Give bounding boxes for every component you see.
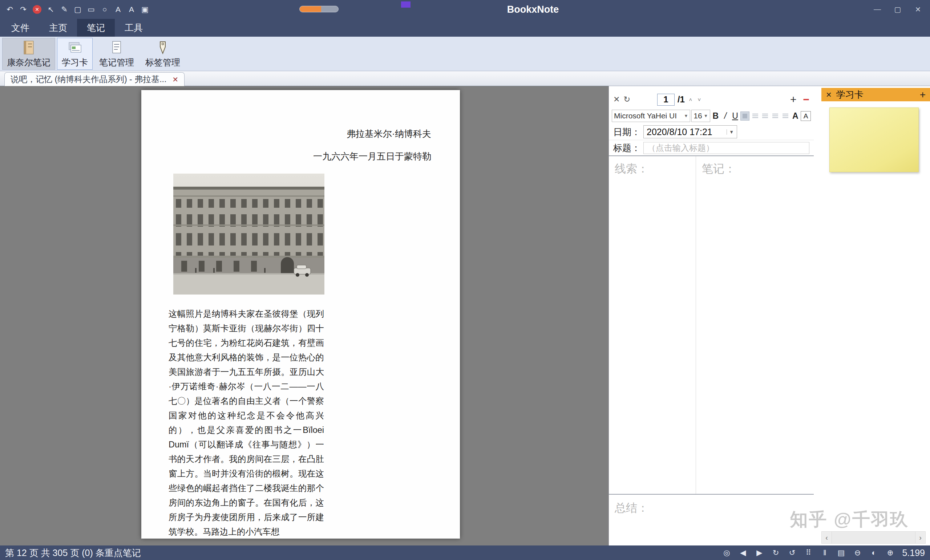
- document-viewer[interactable]: 弗拉基米尔·纳博科夫 一九六六年一月五日于蒙特勒: [0, 86, 608, 546]
- cornell-remove-page-icon[interactable]: −: [803, 93, 809, 106]
- rotate-cw-icon[interactable]: ↻: [771, 548, 780, 557]
- maximize-button[interactable]: ▢: [893, 5, 902, 14]
- cursor-tool-icon[interactable]: ↖: [45, 4, 56, 15]
- page-photo: [173, 174, 325, 294]
- contrast-icon[interactable]: ◐: [869, 548, 878, 557]
- cues-label: 线索：: [615, 162, 648, 175]
- menu-tab-notes[interactable]: 笔记: [77, 19, 115, 37]
- rect-tool-icon[interactable]: ▢: [72, 4, 83, 15]
- cornell-notes-label: 康奈尔笔记: [7, 57, 51, 68]
- cornell-refresh-icon[interactable]: ↻: [624, 95, 630, 104]
- window-controls: — ▢ ✕: [873, 5, 930, 14]
- cornell-page-up-icon[interactable]: ˄: [688, 97, 693, 102]
- cornell-page-down-icon[interactable]: ˅: [696, 97, 702, 102]
- study-card-label: 学习卡: [62, 57, 88, 68]
- menu-tab-home[interactable]: 主页: [39, 19, 77, 37]
- notes-label: 笔记：: [702, 162, 736, 175]
- cornell-pager: /1 ˄ ˅: [657, 94, 702, 106]
- layout-icon[interactable]: ▤: [837, 548, 845, 557]
- font-size-value: 16: [693, 111, 702, 120]
- scroll-right-icon[interactable]: ›: [915, 532, 925, 543]
- title-label: 标题：: [613, 142, 641, 154]
- cornell-format-toolbar: Microsoft YaHei UI ▼ 16 ▼ B / U A A: [609, 108, 814, 124]
- highlight-tool-icon[interactable]: A: [126, 4, 137, 15]
- note-tool-icon[interactable]: ▣: [140, 4, 150, 15]
- page-author-line: 弗拉基米尔·纳博科夫: [346, 128, 431, 140]
- date-picker[interactable]: 2020/8/10 17:21 ▼: [644, 125, 737, 138]
- italic-icon[interactable]: /: [721, 111, 730, 121]
- cornell-close-icon[interactable]: ✕: [613, 95, 620, 104]
- power-icon[interactable]: ◎: [722, 548, 731, 557]
- font-size-select[interactable]: 16 ▼: [691, 110, 710, 122]
- study-card-icon: [67, 40, 83, 55]
- page-date-line: 一九六六年一月五日于蒙特勒: [313, 150, 431, 162]
- annotation-toolbar: ↶ ↷ ✕ ↖ ✎ ▢ ▭ ○ A A ▣: [0, 4, 150, 15]
- delete-annotation-icon[interactable]: ✕: [33, 5, 42, 14]
- undo-icon[interactable]: ↶: [5, 4, 15, 15]
- zoom-out-icon[interactable]: ⊖: [853, 548, 862, 557]
- study-card-close-icon[interactable]: ✕: [826, 91, 832, 99]
- highlight-color-swatch[interactable]: [401, 2, 411, 8]
- ribbon: 康奈尔笔记 学习卡 笔记管理 标签管理: [0, 37, 930, 71]
- font-family-value: Microsoft YaHei UI: [614, 111, 677, 120]
- bold-icon[interactable]: B: [711, 111, 720, 121]
- cornell-page-total: /1: [677, 94, 685, 105]
- cornell-title-row: 标题：: [609, 140, 814, 156]
- cornell-page-actions: + −: [790, 93, 809, 106]
- note-manage-button[interactable]: 笔记管理: [94, 38, 139, 70]
- next-page-icon[interactable]: ▶: [755, 548, 764, 557]
- tag-manage-button[interactable]: 标签管理: [140, 38, 185, 70]
- zoom-in-icon[interactable]: ⊕: [886, 548, 895, 557]
- menu-tab-tools[interactable]: 工具: [115, 19, 152, 37]
- cornell-toolbar-top: ✕ ↻ /1 ˄ ˅ + −: [609, 91, 814, 108]
- rotate-ccw-icon[interactable]: ↺: [788, 548, 796, 557]
- insert-image-icon[interactable]: [741, 111, 750, 121]
- statusbar: 第 12 页 共 305 页 (0) 条重点笔记 ◎ ◀ ▶ ↻ ↺ ⠿ ‖ ▤…: [0, 546, 930, 560]
- align-right-icon[interactable]: [771, 111, 780, 121]
- cues-column[interactable]: 线索：: [609, 156, 696, 494]
- book-page: 弗拉基米尔·纳博科夫 一九六六年一月五日于蒙特勒: [141, 90, 460, 538]
- date-dropdown-icon[interactable]: ▼: [727, 129, 734, 135]
- study-card-header: ✕ 学习卡 +: [821, 88, 930, 102]
- study-card-button[interactable]: 学习卡: [57, 38, 92, 70]
- pen-tool-icon[interactable]: ✎: [59, 4, 70, 15]
- align-left-icon[interactable]: [751, 111, 760, 121]
- underline-icon[interactable]: U: [731, 111, 740, 121]
- document-tab-close-icon[interactable]: ✕: [172, 75, 179, 84]
- redo-icon[interactable]: ↷: [18, 4, 29, 15]
- rounded-rect-tool-icon[interactable]: ▭: [86, 4, 97, 15]
- align-justify-icon[interactable]: [781, 111, 790, 121]
- cornell-add-page-icon[interactable]: +: [790, 93, 797, 106]
- cornell-notebook-icon: [21, 40, 37, 55]
- minimize-button[interactable]: —: [873, 5, 882, 14]
- date-value: 2020/8/10 17:21: [647, 127, 712, 137]
- close-button[interactable]: ✕: [913, 5, 923, 14]
- cornell-page-input[interactable]: [657, 94, 674, 106]
- fill-color-icon[interactable]: A: [801, 111, 811, 121]
- document-tab[interactable]: 说吧，记忆 (纳博科夫作品系列) - 弗拉基... ✕: [5, 72, 185, 86]
- note-manage-icon: [109, 40, 125, 55]
- study-card-add-icon[interactable]: +: [920, 89, 925, 101]
- font-size-dropdown-icon: ▼: [702, 113, 708, 118]
- prev-page-icon[interactable]: ◀: [739, 548, 747, 557]
- scroll-left-icon[interactable]: ‹: [822, 532, 832, 543]
- pause-icon[interactable]: ‖: [820, 548, 829, 557]
- cornell-notes-button[interactable]: 康奈尔笔记: [2, 38, 55, 70]
- page-caption-text: 这幅照片是纳博科夫家在圣彼得堡（现列宁格勒）莫斯卡亚街（现赫尔岑街）四十七号的住…: [169, 306, 324, 539]
- sticky-note-card[interactable]: [829, 108, 919, 172]
- font-family-select[interactable]: Microsoft YaHei UI ▼: [612, 110, 690, 122]
- tag-manage-icon: [155, 40, 171, 55]
- align-center-icon[interactable]: [761, 111, 770, 121]
- notes-column[interactable]: 笔记：: [696, 156, 814, 494]
- grid-view-icon[interactable]: ⠿: [804, 548, 813, 557]
- menu-tab-file[interactable]: 文件: [2, 19, 39, 37]
- scrollbar-thumb[interactable]: [832, 532, 915, 543]
- font-color-icon[interactable]: A: [791, 111, 799, 121]
- text-tool-icon[interactable]: A: [112, 4, 123, 15]
- font-family-dropdown-icon: ▼: [683, 113, 688, 118]
- horizontal-scrollbar[interactable]: ‹ ›: [821, 531, 925, 544]
- summary-section[interactable]: 总结：: [609, 495, 814, 546]
- note-title-input[interactable]: [644, 142, 809, 154]
- watermark-text: 知乎 @千羽玖: [790, 508, 909, 532]
- ellipse-tool-icon[interactable]: ○: [99, 4, 110, 15]
